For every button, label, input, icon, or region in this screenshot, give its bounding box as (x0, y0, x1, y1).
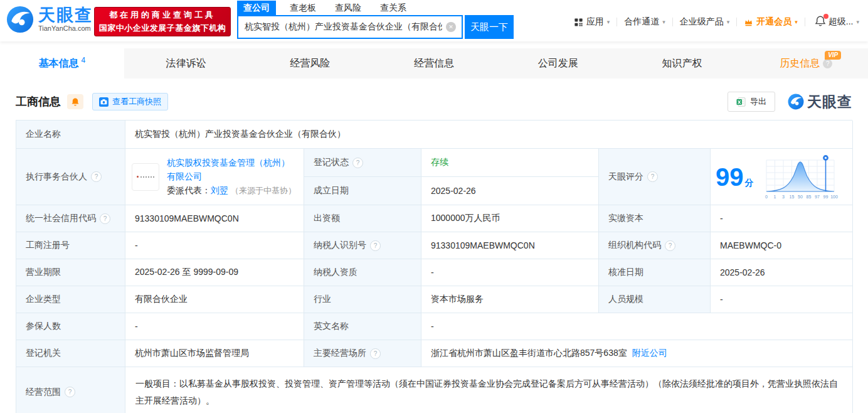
search-tab-relation[interactable]: 查关系 (380, 1, 406, 14)
search-tab-boss[interactable]: 查老板 (290, 1, 316, 14)
notifications-button[interactable] (815, 15, 826, 29)
camera-icon (99, 97, 109, 107)
help-icon[interactable]: ? (370, 348, 381, 359)
nav-divider (805, 18, 805, 26)
partner-info: 杭实股权投资基金管理（杭州）有限公司 委派代表：刘翌（来源于中基协） (167, 156, 297, 198)
field-value-establish-date: 2025-02-26 (421, 177, 599, 205)
field-value-business-address: 浙江省杭州市萧山区盈丰街道市心北路857号638室 附近公司 (421, 340, 853, 367)
field-value-capital: 1000000万人民币 (421, 205, 599, 232)
tab-history-label: 历史信息 (780, 57, 820, 70)
notification-badge-dot (823, 14, 828, 19)
monitor-bell-button[interactable] (67, 94, 83, 109)
score-distribution-chart: 0 1 3 15 50 85 97 99 100 (760, 153, 840, 201)
field-value-paid-capital: - (711, 205, 853, 232)
apps-grid-icon (574, 18, 583, 27)
score-value: 99分 (716, 164, 754, 190)
nav-membership[interactable]: 开通会员 ▾ (744, 16, 798, 28)
business-info-header: 工商信息 查看工商快照 (0, 78, 868, 120)
field-label-industry: 行业 (304, 286, 421, 313)
field-label-taxpayer-quality: 纳税人资质 (304, 259, 421, 286)
help-icon[interactable]: ? (65, 387, 75, 397)
field-label-executive-partner: 执行事务合伙人 ? (16, 149, 125, 205)
field-label-org-code: 组织机构代码 ? (599, 232, 711, 259)
help-icon[interactable]: ? (823, 59, 832, 68)
svg-text:3: 3 (782, 195, 785, 199)
representative-source: （来源于中基协） (231, 186, 296, 195)
field-label-insured-count: 参保人数 (16, 313, 125, 340)
svg-text:50: 50 (798, 195, 803, 199)
field-value-reg-status: 存续 (421, 149, 599, 177)
logo-text: 天眼查 TianYanCha.com (38, 6, 93, 33)
field-value-tyc-score[interactable]: 99分 0 (711, 149, 853, 205)
tab-ip-label: 知识产权 (662, 57, 702, 70)
representative-link[interactable]: 刘翌 (211, 185, 228, 195)
nav-membership-label: 开通会员 (756, 16, 791, 28)
tab-legal-label: 法律诉讼 (166, 57, 206, 70)
chevron-down-icon: ▾ (795, 19, 798, 25)
business-info-table: 企业名称 杭实智投（杭州）产业投资基金合伙企业（有限合伙） 执行事务合伙人 ? … (16, 120, 852, 413)
snapshot-button-label: 查看工商快照 (112, 96, 161, 107)
nav-divider (736, 18, 737, 26)
help-icon[interactable]: ? (370, 240, 381, 251)
help-icon[interactable]: ? (665, 240, 675, 251)
field-value-company-name: 杭实智投（杭州）产业投资基金合伙企业（有限合伙） (125, 121, 853, 149)
tab-basic-info-label: 基本信息 (39, 57, 79, 70)
field-value-taxpayer-id: 91330109MAEBWMQC0N (421, 232, 599, 259)
field-value-business-term: 2025-02-26 至 9999-09-09 (125, 259, 304, 286)
search-tab-risk[interactable]: 查风险 (335, 1, 361, 14)
tab-development[interactable]: 公司发展 (496, 48, 620, 78)
tianyancha-watermark: 天眼查 (788, 92, 852, 112)
tab-risk-label: 经营风险 (290, 57, 330, 70)
business-snapshot-button[interactable]: 查看工商快照 (92, 93, 168, 110)
help-icon[interactable]: ? (91, 171, 102, 182)
clear-search-icon[interactable]: ✕ (446, 22, 456, 32)
field-label-taxpayer-id: 纳税人识别号 ? (304, 232, 421, 259)
export-button[interactable]: 导出 (728, 92, 775, 112)
promo-banner: 都在用的商业查询工具 国家中小企业发展子基金旗下机构 (94, 7, 231, 36)
search-area: 查公司 查老板 查风险 查关系 ✕ 天眼一下 (237, 1, 514, 39)
nav-partner-channel[interactable]: 合作通道 ▾ (624, 16, 665, 28)
tab-history[interactable]: 历史信息 ? VIP (744, 48, 868, 78)
tab-operation[interactable]: 经营信息 (372, 48, 496, 78)
field-label-reg-number: 工商注册号 (16, 232, 125, 259)
tianyancha-logo[interactable]: 天眼查 TianYanCha.com (6, 6, 93, 33)
field-value-english-name: - (421, 313, 853, 340)
search-input[interactable] (238, 16, 442, 38)
nav-enterprise-products[interactable]: 企业级产品 ▾ (680, 16, 730, 28)
tab-intellectual-property[interactable]: 知识产权 (620, 48, 744, 78)
score-unit: 分 (745, 178, 754, 187)
field-label-establish-date: 成立日期 (304, 177, 421, 205)
help-icon[interactable]: ? (352, 158, 363, 168)
svg-text:85: 85 (806, 195, 811, 199)
svg-text:100: 100 (830, 195, 838, 199)
help-icon[interactable]: ? (100, 213, 110, 224)
nav-super-vip[interactable]: 超级... ▾ (828, 16, 859, 28)
field-value-reg-number: - (125, 232, 304, 259)
field-label-english-name: 英文名称 (304, 313, 421, 340)
field-label-reg-status: 登记状态 ? (304, 149, 421, 177)
nearby-companies-link[interactable]: 附近公司 (632, 348, 667, 359)
banner-slogan-2: 国家中小企业发展子基金旗下机构 (99, 23, 226, 34)
nav-enterprise-products-label: 企业级产品 (680, 16, 724, 28)
tab-legal[interactable]: 法律诉讼 (124, 48, 248, 78)
representative-label: 委派代表： (167, 185, 211, 195)
partner-company-link[interactable]: 杭实股权投资基金管理（杭州）有限公司 (167, 158, 290, 181)
search-tab-company[interactable]: 查公司 (237, 1, 276, 15)
field-value-executive-partner: 杭实股权投资基金管理（杭州）有限公司 委派代表：刘翌（来源于中基协） (125, 149, 304, 205)
tab-risk[interactable]: 经营风险 (248, 48, 372, 78)
top-nav: 应用 ▾ 合作通道 ▾ 企业级产品 ▾ 开通会员 ▾ (574, 14, 859, 30)
chevron-down-icon: ▾ (607, 19, 610, 25)
excel-icon (736, 97, 746, 107)
tab-development-label: 公司发展 (538, 57, 578, 70)
tab-basic-info[interactable]: 基本信息 4 (0, 48, 124, 78)
chevron-down-icon: ▾ (727, 19, 730, 25)
vip-badge: VIP (825, 51, 841, 60)
field-label-credit-code: 统一社会信用代码 ? (16, 205, 125, 232)
help-icon[interactable]: ? (647, 171, 658, 182)
field-value-org-code: MAEBWMQC-0 (711, 232, 853, 259)
partner-logo[interactable] (132, 163, 159, 191)
status-badge: 存续 (431, 157, 448, 168)
search-button[interactable]: 天眼一下 (465, 15, 514, 39)
nav-apps[interactable]: 应用 ▾ (574, 16, 610, 28)
field-label-paid-capital: 实缴资本 (599, 205, 711, 232)
